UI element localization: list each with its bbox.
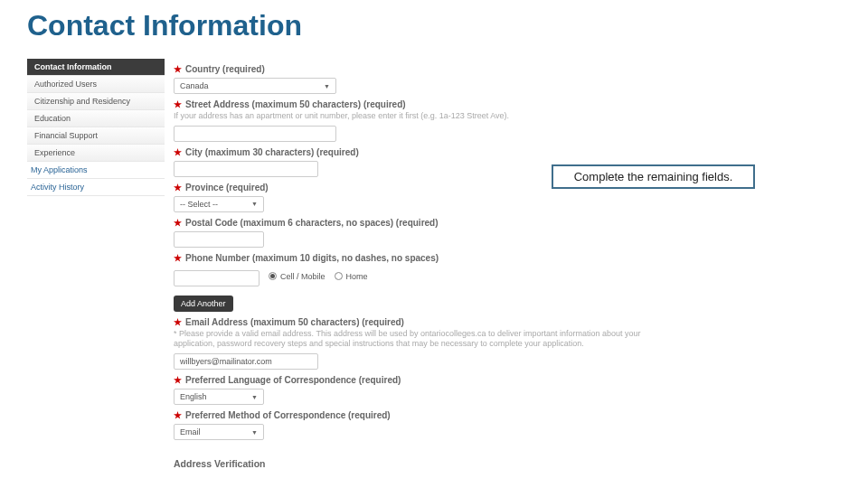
- sidebar-item-my-applications[interactable]: My Applications: [27, 162, 165, 179]
- instruction-callout: Complete the remaining fields.: [552, 164, 755, 189]
- country-select[interactable]: Canada ▼: [174, 78, 336, 94]
- phone-type-home[interactable]: Home: [335, 272, 368, 281]
- radio-icon: [335, 272, 343, 280]
- sidebar-item-contact-information[interactable]: Contact Information: [27, 59, 165, 76]
- postal-label: ★ Postal Code (maximum 6 characters, no …: [174, 218, 698, 228]
- add-another-button[interactable]: Add Another: [174, 296, 233, 312]
- province-select[interactable]: -- Select -- ▼: [174, 196, 264, 212]
- sidebar-item-experience[interactable]: Experience: [27, 145, 165, 162]
- language-label-text: Preferred Language of Correspondence (re…: [185, 375, 401, 385]
- email-input-value: willbyers@mailinator.com: [180, 357, 272, 366]
- phone-input[interactable]: [174, 270, 259, 286]
- street-input[interactable]: [174, 126, 336, 142]
- form-area: ★ Country (required) Canada ▼ ★ Street A…: [174, 59, 698, 469]
- required-star-icon: ★: [174, 317, 182, 327]
- chevron-down-icon: ▼: [251, 429, 258, 436]
- required-star-icon: ★: [174, 99, 182, 109]
- required-star-icon: ★: [174, 253, 182, 263]
- method-label-text: Preferred Method of Correspondence (requ…: [185, 410, 391, 420]
- phone-label-text: Phone Number (maximum 10 digits, no dash…: [185, 253, 439, 263]
- chevron-down-icon: ▼: [324, 83, 330, 89]
- postal-label-text: Postal Code (maximum 6 characters, no sp…: [185, 218, 439, 228]
- sidebar: Contact Information Authorized Users Cit…: [27, 59, 165, 196]
- sidebar-item-financial-support[interactable]: Financial Support: [27, 127, 165, 145]
- sidebar-item-citizenship-residency[interactable]: Citizenship and Residency: [27, 93, 165, 110]
- phone-type-home-label: Home: [346, 272, 368, 281]
- phone-type-cell-label: Cell / Mobile: [280, 272, 326, 281]
- city-label-text: City (maximum 30 characters) (required): [185, 147, 359, 157]
- required-star-icon: ★: [174, 183, 182, 192]
- sidebar-item-activity-history[interactable]: Activity History: [27, 179, 165, 196]
- email-label: ★ Email Address (maximum 50 characters) …: [174, 317, 698, 327]
- required-star-icon: ★: [174, 64, 182, 74]
- street-label: ★ Street Address (maximum 50 characters)…: [174, 99, 698, 109]
- chevron-down-icon: ▼: [251, 201, 258, 207]
- required-star-icon: ★: [174, 147, 182, 157]
- province-label-text: Province (required): [185, 183, 269, 192]
- city-label: ★ City (maximum 30 characters) (required…: [174, 147, 698, 157]
- chevron-down-icon: ▼: [251, 394, 258, 400]
- country-label: ★ Country (required): [174, 64, 698, 74]
- street-label-text: Street Address (maximum 50 characters) (…: [185, 99, 406, 109]
- street-helper: If your address has an apartment or unit…: [174, 111, 698, 122]
- method-label: ★ Preferred Method of Correspondence (re…: [174, 410, 698, 420]
- language-select-value: English: [180, 392, 207, 401]
- language-label: ★ Preferred Language of Correspondence (…: [174, 375, 698, 385]
- phone-type-cell[interactable]: Cell / Mobile: [269, 272, 326, 281]
- country-select-value: Canada: [180, 81, 209, 90]
- required-star-icon: ★: [174, 375, 182, 385]
- language-select[interactable]: English ▼: [174, 389, 264, 405]
- postal-input[interactable]: [174, 231, 264, 248]
- method-select-value: Email: [180, 427, 201, 436]
- email-helper: * Please provide a valid email address. …: [174, 329, 680, 350]
- phone-label: ★ Phone Number (maximum 10 digits, no da…: [174, 253, 698, 263]
- radio-icon: [269, 272, 277, 280]
- required-star-icon: ★: [174, 218, 182, 228]
- country-label-text: Country (required): [185, 64, 265, 74]
- page-title: Contact Information: [27, 9, 302, 42]
- address-verification-heading: Address Verification: [174, 458, 698, 469]
- method-select[interactable]: Email ▼: [174, 424, 264, 440]
- city-input[interactable]: [174, 161, 318, 177]
- sidebar-item-education[interactable]: Education: [27, 110, 165, 127]
- email-label-text: Email Address (maximum 50 characters) (r…: [185, 317, 404, 327]
- sidebar-item-authorized-users[interactable]: Authorized Users: [27, 76, 165, 93]
- required-star-icon: ★: [174, 410, 182, 420]
- province-select-value: -- Select --: [180, 200, 218, 209]
- email-input[interactable]: willbyers@mailinator.com: [174, 353, 318, 370]
